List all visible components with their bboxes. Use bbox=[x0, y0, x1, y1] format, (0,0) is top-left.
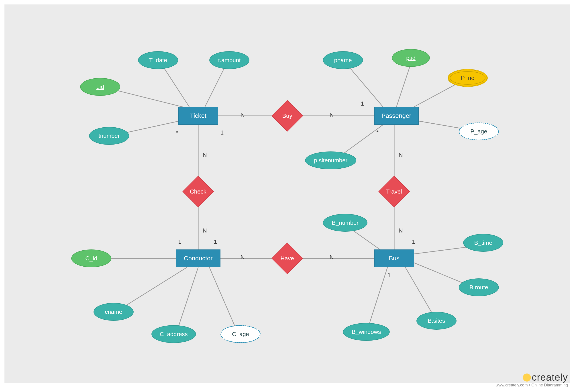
attr-p-id-label: p.id bbox=[406, 55, 416, 62]
card-check-conductor: N bbox=[203, 227, 207, 234]
attr-t-id-label: t.id bbox=[96, 83, 104, 90]
entity-bus[interactable]: Bus bbox=[374, 249, 414, 267]
bulb-icon bbox=[523, 374, 531, 382]
relationship-travel-label: Travel bbox=[386, 188, 402, 195]
relationship-have-label: Have bbox=[281, 255, 294, 262]
entity-ticket-label: Ticket bbox=[190, 112, 207, 119]
attr-b-time-label: B_time bbox=[474, 239, 492, 246]
attr-t-date[interactable]: T_date bbox=[138, 51, 178, 69]
attr-b-number[interactable]: B_number bbox=[323, 214, 367, 232]
attr-cname[interactable]: cname bbox=[93, 303, 134, 321]
svg-line-12 bbox=[345, 62, 383, 107]
attr-p-no-label: P_no bbox=[461, 75, 475, 81]
attr-pname[interactable]: pname bbox=[323, 51, 363, 69]
brand-logo: creately bbox=[496, 372, 568, 383]
svg-line-25 bbox=[367, 267, 387, 330]
edges-layer bbox=[4, 4, 570, 383]
card-have-bus: N bbox=[330, 254, 334, 261]
svg-line-10 bbox=[205, 62, 227, 107]
card-bus-one-b: 1 bbox=[387, 272, 391, 279]
attr-pname-label: pname bbox=[334, 57, 352, 64]
svg-line-13 bbox=[396, 60, 412, 107]
attr-b-route[interactable]: B.route bbox=[459, 278, 499, 296]
attr-c-id[interactable]: C_id bbox=[71, 249, 111, 267]
attr-c-age-label: C_age bbox=[232, 331, 249, 338]
relationship-buy-label: Buy bbox=[282, 112, 292, 119]
attr-c-id-label: C_id bbox=[85, 255, 97, 262]
card-ticket-check: N bbox=[203, 152, 207, 158]
attr-p-id[interactable]: p.id bbox=[392, 49, 430, 67]
card-bus-one-t: 1 bbox=[412, 238, 415, 245]
attr-c-address[interactable]: C_address bbox=[151, 325, 196, 343]
attr-t-date-label: T_date bbox=[149, 57, 167, 64]
entity-bus-label: Bus bbox=[389, 255, 400, 262]
attr-b-number-label: B_number bbox=[332, 219, 359, 226]
entity-passenger-label: Passenger bbox=[381, 112, 411, 119]
card-ticket-one: 1 bbox=[220, 129, 223, 136]
entity-ticket[interactable]: Ticket bbox=[178, 107, 218, 125]
diagram-canvas: Ticket Passenger Conductor Bus Buy Check… bbox=[4, 4, 570, 383]
attr-cname-label: cname bbox=[105, 309, 122, 315]
attr-tnumber[interactable]: tnumber bbox=[89, 127, 129, 145]
footer-brand: creately www.creately.com • Online Diagr… bbox=[496, 372, 568, 388]
card-buy-passenger: N bbox=[330, 111, 334, 118]
brand-tagline: www.creately.com • Online Diagramming bbox=[496, 383, 568, 388]
card-passenger-one: 1 bbox=[361, 100, 364, 107]
attr-t-id[interactable]: t.id bbox=[80, 78, 120, 96]
attr-c-address-label: C_address bbox=[160, 331, 188, 338]
svg-line-20 bbox=[209, 267, 238, 334]
attr-p-sitenumber[interactable]: p.sitenumber bbox=[305, 152, 356, 169]
card-ticket-star: * bbox=[176, 129, 178, 136]
svg-line-9 bbox=[160, 62, 189, 107]
card-conductor-have: N bbox=[240, 254, 245, 261]
entity-passenger[interactable]: Passenger bbox=[374, 107, 419, 125]
card-passenger-star: * bbox=[376, 129, 379, 136]
entity-conductor-label: Conductor bbox=[184, 255, 213, 262]
attr-b-sites[interactable]: B.sites bbox=[416, 312, 456, 330]
card-conductor-one-l: 1 bbox=[178, 238, 181, 245]
attr-b-windows[interactable]: B_windows bbox=[343, 323, 390, 341]
attr-b-time[interactable]: B_time bbox=[463, 234, 503, 252]
svg-line-19 bbox=[176, 267, 198, 334]
attr-tnumber-label: tnumber bbox=[98, 133, 120, 139]
card-ticket-buy: N bbox=[240, 111, 245, 118]
relationship-check-label: Check bbox=[190, 188, 207, 195]
card-passenger-travel: N bbox=[399, 152, 403, 158]
card-conductor-one-r: 1 bbox=[214, 238, 217, 245]
card-travel-bus: N bbox=[399, 227, 403, 234]
attr-b-sites-label: B.sites bbox=[428, 317, 445, 324]
attr-c-age[interactable]: C_age bbox=[220, 325, 261, 343]
brand-text: creately bbox=[532, 372, 568, 383]
attr-b-windows-label: B_windows bbox=[352, 328, 381, 335]
attr-p-age[interactable]: P_age bbox=[459, 123, 499, 140]
attr-t-amount[interactable]: t.amount bbox=[209, 51, 249, 69]
attr-p-no[interactable]: P_no bbox=[448, 69, 488, 87]
attr-p-sitenumber-label: p.sitenumber bbox=[314, 157, 347, 164]
entity-conductor[interactable]: Conductor bbox=[176, 249, 220, 267]
attr-b-route-label: B.route bbox=[469, 284, 488, 291]
attr-t-amount-label: t.amount bbox=[218, 57, 240, 64]
attr-p-age-label: P_age bbox=[470, 128, 487, 135]
